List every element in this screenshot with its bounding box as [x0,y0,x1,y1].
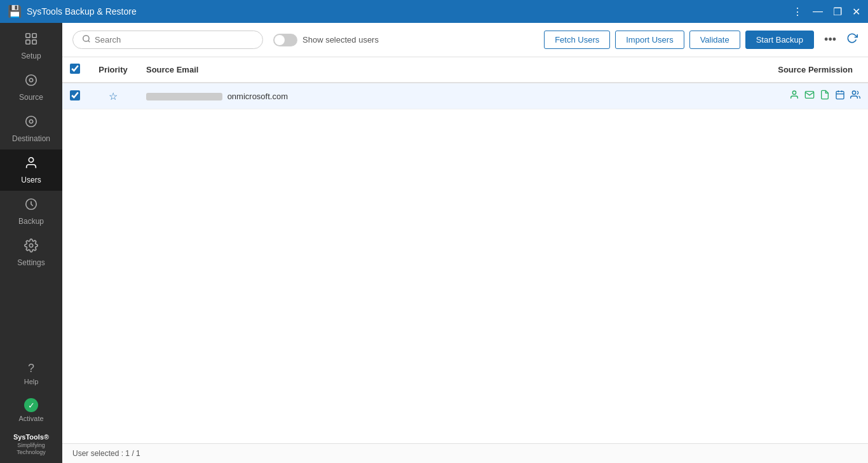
users-icon [24,156,38,173]
sidebar-item-source[interactable]: Source [0,67,62,108]
svg-point-13 [792,91,796,94]
app-title-area: 💾 SysTools Backup & Restore [8,4,137,18]
destination-label: Destination [12,134,50,143]
import-users-button[interactable]: Import Users [615,31,684,49]
sidebar: Setup Source Destination Users Backup [0,23,62,463]
contacts-permission-icon[interactable] [850,90,860,102]
refresh-button[interactable] [846,32,858,47]
app-body: Setup Source Destination Users Backup [0,23,868,463]
setup-icon [24,32,38,49]
svg-rect-1 [32,34,36,38]
more-options-button[interactable]: ••• [819,31,841,49]
mail-permission-icon[interactable] [804,90,815,102]
activate-label: Activate [18,415,43,422]
row-checkbox[interactable] [70,90,80,100]
users-table: Priority Source Email Source Permission … [62,57,868,109]
title-bar: 💾 SysTools Backup & Restore ⋮ — ❐ ✕ [0,0,868,23]
destination-icon [24,114,38,132]
start-backup-button[interactable]: Start Backup [745,31,814,49]
svg-point-4 [26,75,37,86]
svg-line-12 [88,41,90,43]
app-title: SysTools Backup & Restore [27,6,137,17]
svg-point-7 [29,120,33,123]
settings-icon [24,238,38,256]
show-selected-toggle[interactable] [273,34,297,46]
backup-icon [24,197,38,214]
svg-rect-3 [32,40,36,44]
header-source-permission: Source Permission [588,57,869,83]
svg-point-6 [26,116,37,127]
svg-point-8 [29,158,33,162]
close-button[interactable]: ✕ [852,6,860,18]
header-priority: Priority [88,57,139,83]
fetch-users-button[interactable]: Fetch Users [544,31,610,49]
toolbar-right: Fetch Users Import Users Validate Start … [544,31,858,49]
activate-check-icon: ✓ [24,398,38,412]
table-header: Priority Source Email Source Permission [62,57,868,83]
header-checkbox-col [62,57,88,83]
row-permission-cell [588,83,869,109]
user-permission-icon[interactable] [789,90,799,102]
search-box[interactable] [72,31,263,49]
sidebar-item-help[interactable]: ? Help [0,356,62,392]
restore-button[interactable]: ❐ [833,6,842,18]
toggle-knob [275,35,285,45]
svg-point-18 [852,91,855,94]
svg-point-11 [83,36,89,41]
header-source-email: Source Email [139,57,588,83]
table-row: ☆ onmicrosoft.com [62,83,868,109]
sidebar-item-settings[interactable]: Settings [0,232,62,273]
sidebar-item-setup[interactable]: Setup [0,25,62,67]
toggle-label: Show selected users [302,35,379,45]
setup-label: Setup [21,52,41,60]
calendar-permission-icon[interactable] [835,90,845,102]
main-content: Show selected users Fetch Users Import U… [62,23,868,463]
permission-icons [596,90,861,102]
menu-icon[interactable]: ⋮ [792,6,803,18]
svg-rect-14 [836,92,844,99]
help-label: Help [24,378,39,385]
svg-point-5 [29,78,33,82]
table-body: ☆ onmicrosoft.com [62,83,868,109]
row-email-cell: onmicrosoft.com [139,83,588,109]
email-blurred-part [146,93,222,100]
sidebar-item-destination[interactable]: Destination [0,108,62,149]
app-icon: 💾 [8,4,22,18]
svg-rect-2 [26,40,30,44]
svg-point-10 [29,244,33,247]
settings-label: Settings [17,258,44,267]
users-label: Users [21,176,41,184]
status-text: User selected : 1 / 1 [72,449,140,458]
search-input[interactable] [95,35,254,45]
window-controls: ⋮ — ❐ ✕ [792,6,860,18]
row-checkbox-cell [62,83,88,109]
source-label: Source [19,93,43,102]
sidebar-item-backup[interactable]: Backup [0,191,62,232]
sidebar-item-users[interactable]: Users [0,149,62,191]
help-icon: ? [28,362,34,375]
validate-button[interactable]: Validate [689,31,740,49]
toolbar: Show selected users Fetch Users Import U… [62,23,868,57]
sidebar-bottom: ? Help ✓ Activate SysTools® Simplifying … [0,356,62,463]
search-icon [82,34,91,45]
source-icon [24,73,38,90]
select-all-checkbox[interactable] [70,64,80,74]
sidebar-item-activate[interactable]: ✓ Activate [0,392,62,429]
systools-logo: SysTools® Simplifying Technology [0,429,62,458]
backup-label: Backup [18,217,44,226]
toggle-area: Show selected users [273,34,379,46]
users-table-container: Priority Source Email Source Permission … [62,57,868,443]
doc-permission-icon[interactable] [820,90,830,102]
svg-rect-0 [26,34,30,38]
email-domain-part: onmicrosoft.com [227,92,288,101]
priority-star-icon[interactable]: ☆ [109,91,118,102]
status-bar: User selected : 1 / 1 [62,443,868,463]
minimize-button[interactable]: — [813,6,823,17]
row-priority-cell: ☆ [88,83,139,109]
